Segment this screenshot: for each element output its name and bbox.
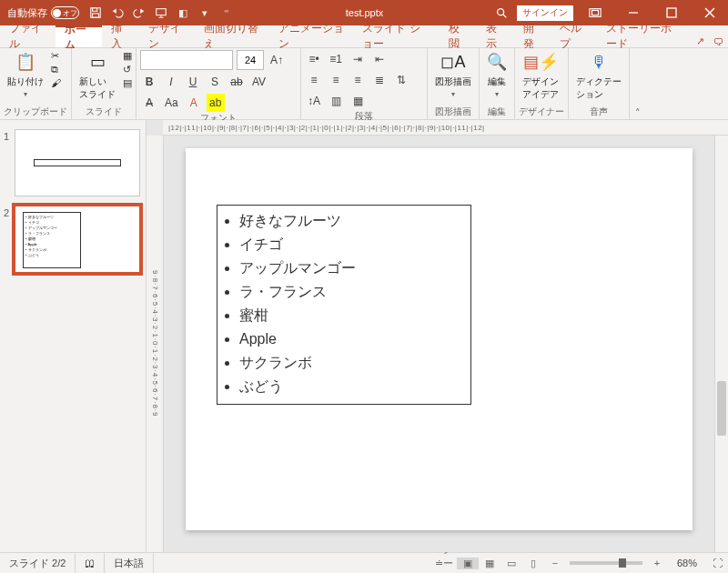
slide-indicator[interactable]: スライド 2/2 [0, 553, 76, 573]
editing-button[interactable]: 🔍編集▾ [483, 50, 511, 98]
share-icon[interactable]: ↗ [691, 35, 710, 47]
columns-icon[interactable]: ▥ [327, 92, 345, 110]
list-item[interactable]: ラ・フランス [239, 280, 465, 304]
new-slide-button[interactable]: ▭ 新しい スライド [76, 50, 119, 101]
tab-home[interactable]: ホーム [56, 25, 102, 47]
align-left-icon[interactable]: ≡ [305, 71, 323, 89]
undo-icon[interactable] [110, 5, 125, 20]
list-item[interactable]: 蜜柑 [239, 304, 465, 327]
qat-more-icon[interactable]: ▾ [197, 5, 212, 20]
char-spacing-icon[interactable]: AV [249, 73, 268, 91]
text-box[interactable]: 好きなフルーツ イチゴ アップルマンゴー ラ・フランス 蜜柑 Apple サクラ… [217, 205, 471, 405]
copy-icon[interactable]: ⧉ [51, 64, 61, 75]
zoom-slider[interactable] [570, 561, 642, 565]
reading-view-icon[interactable]: ▭ [500, 558, 522, 569]
grow-font-icon[interactable]: A↑ [268, 51, 286, 69]
thumbnail-number: 1 [4, 129, 15, 196]
tab-storyboard[interactable]: ストーリーボード [597, 25, 691, 47]
normal-view-icon[interactable]: ▣ [457, 558, 479, 569]
slideshow-start-icon[interactable] [154, 5, 168, 20]
vertical-ruler[interactable]: 9·8·7·6·5·4·3·2·1·0·1·2·3·4·5·6·7·8·9 [147, 136, 164, 552]
zoom-in-button[interactable]: + [646, 558, 668, 568]
vertical-scrollbar[interactable] [714, 136, 728, 552]
dictation-button[interactable]: 🎙ディクテー ション [572, 50, 625, 101]
shadow-button[interactable]: S [206, 73, 224, 91]
section-icon[interactable]: ▤ [123, 77, 132, 89]
touch-mode-icon[interactable]: ◧ [176, 5, 190, 20]
save-icon[interactable] [88, 5, 103, 20]
cut-icon[interactable]: ✂ [51, 50, 61, 62]
design-ideas-button[interactable]: ▤⚡デザイン アイデア [519, 50, 562, 101]
redo-icon[interactable] [132, 5, 147, 20]
align-center-icon[interactable]: ≡ [327, 71, 345, 89]
group-label: クリップボード [4, 106, 67, 119]
underline-button[interactable]: U [184, 73, 202, 91]
work-area: 1 2 • 好きなフルーツ• イチゴ• アップルマンゴー• ラ・フランス• 蜜柑… [0, 120, 728, 552]
zoom-knob[interactable] [619, 558, 626, 568]
list-item[interactable]: サクランボ [239, 351, 465, 375]
format-painter-icon[interactable]: 🖌 [51, 77, 61, 88]
list-item[interactable]: アップルマンゴー [239, 256, 465, 280]
tab-transitions[interactable]: 画面切り替え [195, 25, 269, 47]
autosave-toggle[interactable]: 自動保存 オフ [7, 6, 79, 20]
zoom-out-button[interactable]: − [544, 558, 566, 568]
reset-icon[interactable]: ↺ [123, 64, 132, 75]
ribbon: 📋 貼り付け ▾ ✂ ⧉ 🖌 クリップボード ▭ 新しい スライド [0, 48, 728, 120]
italic-button[interactable]: I [162, 73, 180, 91]
layout-icon[interactable]: ▦ [123, 50, 132, 62]
tab-help[interactable]: ヘルプ [551, 25, 597, 47]
justify-icon[interactable]: ≣ [370, 71, 389, 89]
shapes-button[interactable]: ◻A図形描画▾ [431, 50, 475, 98]
zoom-level[interactable]: 68% [668, 553, 706, 573]
close-icon[interactable] [693, 0, 726, 25]
sorter-view-icon[interactable]: ▦ [479, 558, 500, 569]
group-editing: 🔍編集▾ 編集 [480, 48, 515, 119]
text-direction-icon[interactable]: ↕A [305, 92, 323, 110]
font-color-icon[interactable]: A [185, 94, 203, 112]
tab-animations[interactable]: アニメーション [269, 25, 353, 47]
smartart-icon[interactable]: ▦ [349, 92, 367, 110]
indent-right-icon[interactable]: ⇥ [349, 50, 367, 68]
thumbnail-2[interactable]: 2 • 好きなフルーツ• イチゴ• アップルマンゴー• ラ・フランス• 蜜柑• … [4, 206, 140, 273]
strikethrough-button[interactable]: ab [228, 73, 246, 91]
tab-file[interactable]: ファイル [0, 25, 56, 47]
tab-design[interactable]: デザイン [139, 25, 195, 47]
clear-format-icon[interactable]: A̶ [140, 94, 158, 112]
tab-developer[interactable]: 開発 [514, 25, 551, 47]
list-item[interactable]: Apple [239, 327, 465, 351]
language-indicator[interactable]: 日本語 [105, 553, 154, 573]
highlight-icon[interactable]: ab [207, 94, 225, 112]
autosave-switch[interactable]: オフ [51, 6, 79, 19]
list-item[interactable]: 好きなフルーツ [239, 209, 465, 233]
qat-overflow-icon[interactable]: ⁼ [219, 5, 234, 20]
tab-insert[interactable]: 挿入 [102, 25, 139, 47]
search-icon[interactable] [495, 6, 508, 19]
fit-to-window-icon[interactable]: ⛶ [706, 558, 728, 568]
tab-view[interactable]: 表示 [477, 25, 514, 47]
collapse-ribbon-icon[interactable]: ˄ [630, 48, 646, 119]
change-case-icon[interactable]: Aa [162, 94, 181, 112]
line-spacing-icon[interactable]: ⇅ [392, 71, 410, 89]
bold-button[interactable]: B [140, 73, 158, 91]
slideshow-view-icon[interactable]: ▯ [522, 558, 544, 569]
list-item[interactable]: ぶどう [239, 375, 465, 398]
tab-slideshow[interactable]: スライド ショー [353, 25, 440, 47]
signin-button[interactable]: サインイン [517, 5, 573, 21]
slide-canvas[interactable]: 好きなフルーツ イチゴ アップルマンゴー ラ・フランス 蜜柑 Apple サクラ… [164, 136, 714, 552]
comments-icon[interactable]: 🗨 [709, 36, 728, 47]
thumbnail-1[interactable]: 1 [4, 129, 140, 196]
horizontal-ruler[interactable]: |12|·|11|·|10|·|9|·|8|·|7|·|6|·|5|·|4|·|… [163, 120, 728, 136]
font-family-input[interactable] [141, 51, 232, 69]
font-size-input[interactable] [238, 51, 263, 69]
spellcheck-icon[interactable]: 🕮 [76, 553, 105, 573]
indent-left-icon[interactable]: ⇤ [370, 50, 389, 68]
scroll-thumb[interactable] [717, 381, 726, 436]
group-designer: ▤⚡デザイン アイデア デザイナー [515, 48, 569, 119]
bullets-icon[interactable]: ≡• [305, 50, 323, 68]
align-right-icon[interactable]: ≡ [349, 71, 367, 89]
tab-review[interactable]: 校閲 [440, 25, 477, 47]
slide[interactable]: 好きなフルーツ イチゴ アップルマンゴー ラ・フランス 蜜柑 Apple サクラ… [186, 148, 693, 530]
numbering-icon[interactable]: ≡1 [327, 50, 345, 68]
paste-button[interactable]: 📋 貼り付け ▾ [4, 50, 47, 98]
list-item[interactable]: イチゴ [239, 233, 465, 256]
